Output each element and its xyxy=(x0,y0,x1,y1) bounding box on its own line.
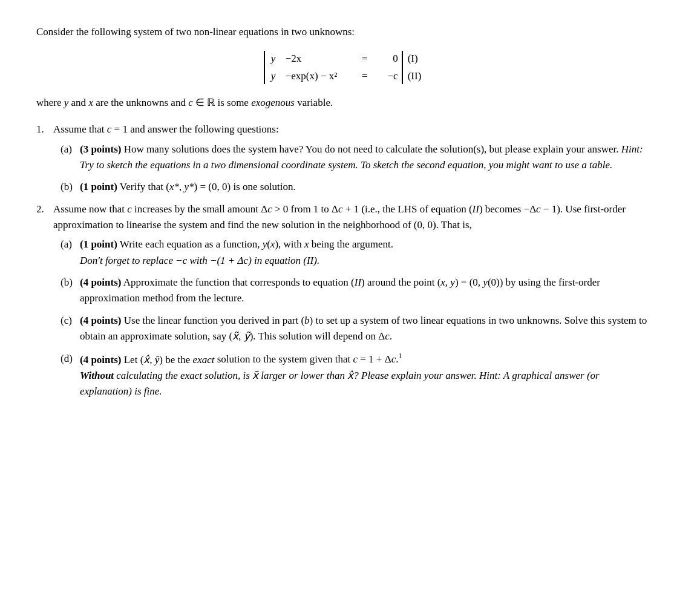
equation-1-row: y −2x = 0 xyxy=(271,51,398,67)
q1b-label: (b) xyxy=(61,179,74,195)
q1b-content: (1 point) Verify that (x*, y*) = (0, 0) … xyxy=(80,179,649,195)
q2d-text1: Let (x̂, ŷ) be the xyxy=(124,353,193,365)
q1-sub-questions: (a) (3 points) How many solutions does t… xyxy=(61,142,649,195)
right-bracket-area: (I) (II) xyxy=(401,51,422,84)
eq2-rhs: −c xyxy=(374,68,398,84)
q1-number: 1. xyxy=(36,122,48,137)
q2c-text: Use the linear function you derived in p… xyxy=(80,315,647,342)
q2d-points: (4 points) xyxy=(80,353,121,365)
q2a-label: (a) xyxy=(61,237,74,269)
q2b: (b) (4 points) Approximate the function … xyxy=(61,275,649,307)
question-1: 1. Assume that c = 1 and answer the foll… xyxy=(36,122,649,195)
q1a: (a) (3 points) How many solutions does t… xyxy=(61,142,649,174)
eq1-rhs: 0 xyxy=(374,51,398,67)
footnote-1: 1 xyxy=(398,352,402,361)
eq1-label: (I) xyxy=(408,51,422,67)
q1a-text: How many solutions does the system have?… xyxy=(124,143,621,155)
left-bracket xyxy=(264,51,266,84)
q1b-points: (1 point) xyxy=(80,181,117,192)
q2a-hint: Don't forget to replace −c with −(1 + Δc… xyxy=(80,255,319,266)
q2b-points: (4 points) xyxy=(80,277,121,288)
question-2: 2. Assume now that c increases by the sm… xyxy=(36,202,649,399)
q2-intro: Assume now that c increases by the small… xyxy=(53,202,649,234)
eq1-expr: −2x xyxy=(283,51,356,67)
questions: 1. Assume that c = 1 and answer the foll… xyxy=(36,122,649,399)
eq2-var: y xyxy=(271,68,283,84)
intro-text: Consider the following system of two non… xyxy=(36,24,649,40)
q2d-exact: exact xyxy=(193,353,215,365)
equation-system: y −2x = 0 y −exp(x) − x² = −c (I) (II) xyxy=(36,51,649,84)
q2a-points: (1 point) xyxy=(80,238,117,250)
q2d-text2: solution to the system given that c = 1 … xyxy=(214,353,402,365)
q2c: (c) (4 points) Use the linear function y… xyxy=(61,313,649,345)
q2-header: 2. Assume now that c increases by the sm… xyxy=(36,202,649,234)
equations-rows: y −2x = 0 y −exp(x) − x² = −c xyxy=(271,51,398,84)
eq1-equals: = xyxy=(356,51,374,67)
q1a-label: (a) xyxy=(61,142,74,174)
q2-number: 2. xyxy=(36,202,48,234)
q2-sub-questions: (a) (1 point) Write each equation as a f… xyxy=(61,237,649,399)
eq2-label: (II) xyxy=(408,68,422,84)
q2d-label: (d) xyxy=(61,351,74,400)
where-line: where y and x are the unknowns and c ∈ ℝ… xyxy=(36,95,649,111)
q1b-text: Verify that (x*, y*) = (0, 0) is one sol… xyxy=(120,181,296,192)
q1a-points: (3 points) xyxy=(80,143,121,155)
q2c-points: (4 points) xyxy=(80,315,121,326)
q1a-content: (3 points) How many solutions does the s… xyxy=(80,142,649,174)
q2a-content: (1 point) Write each equation as a funct… xyxy=(80,237,649,269)
q2d-text3: Without calculating the exact solution, … xyxy=(80,370,600,397)
q2c-content: (4 points) Use the linear function you d… xyxy=(80,313,649,345)
q1-header: 1. Assume that c = 1 and answer the foll… xyxy=(36,122,649,137)
q2b-text: Approximate the function that correspond… xyxy=(80,277,600,304)
q2d: (d) (4 points) Let (x̂, ŷ) be the exact … xyxy=(61,351,649,400)
right-bracket xyxy=(401,51,403,84)
equation-2-row: y −exp(x) − x² = −c xyxy=(271,68,398,84)
page-content: Consider the following system of two non… xyxy=(36,24,649,399)
q1-intro: Assume that c = 1 and answer the followi… xyxy=(53,122,279,137)
q2d-hint: Hint: A graphical answer (or explanation… xyxy=(80,370,600,397)
eq2-expr: −exp(x) − x² xyxy=(283,68,356,84)
q2d-content: (4 points) Let (x̂, ŷ) be the exact solu… xyxy=(80,351,649,400)
eq1-var: y xyxy=(271,51,283,67)
q2a-text: Write each equation as a function, y(x),… xyxy=(120,238,393,250)
eq2-equals: = xyxy=(356,68,374,84)
q2a: (a) (1 point) Write each equation as a f… xyxy=(61,237,649,269)
q2b-content: (4 points) Approximate the function that… xyxy=(80,275,649,307)
q1b: (b) (1 point) Verify that (x*, y*) = (0,… xyxy=(61,179,649,195)
q2c-label: (c) xyxy=(61,313,74,345)
q2b-label: (b) xyxy=(61,275,74,307)
eq-labels: (I) (II) xyxy=(408,51,422,84)
